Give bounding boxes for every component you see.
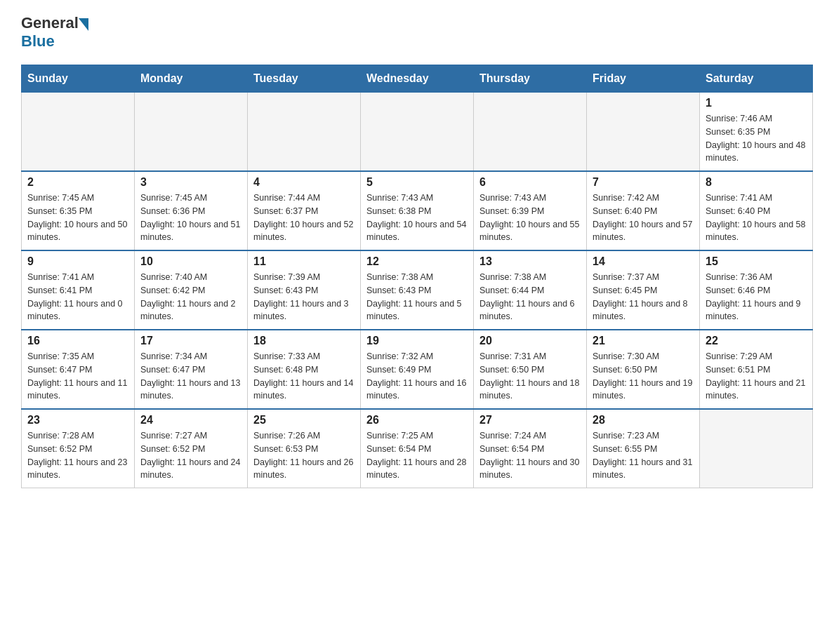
day-info: Sunrise: 7:44 AMSunset: 6:37 PMDaylight:… (253, 192, 355, 244)
calendar-day: 14Sunrise: 7:37 AMSunset: 6:45 PMDayligh… (587, 250, 700, 330)
day-number: 5 (366, 176, 468, 189)
day-number: 15 (706, 255, 807, 268)
calendar-day: 19Sunrise: 7:32 AMSunset: 6:49 PMDayligh… (361, 330, 474, 409)
day-info: Sunrise: 7:24 AMSunset: 6:54 PMDaylight:… (479, 429, 581, 482)
day-number: 6 (479, 176, 581, 189)
day-number: 14 (593, 255, 694, 268)
calendar-day: 25Sunrise: 7:26 AMSunset: 6:53 PMDayligh… (248, 409, 361, 488)
calendar-day: 1Sunrise: 7:46 AMSunset: 6:35 PMDaylight… (700, 93, 813, 172)
day-info: Sunrise: 7:43 AMSunset: 6:38 PMDaylight:… (366, 192, 468, 244)
day-info: Sunrise: 7:31 AMSunset: 6:50 PMDaylight:… (479, 350, 581, 403)
day-info: Sunrise: 7:39 AMSunset: 6:43 PMDaylight:… (253, 271, 355, 323)
day-info: Sunrise: 7:36 AMSunset: 6:46 PMDaylight:… (706, 271, 807, 323)
day-number: 9 (27, 255, 128, 268)
calendar-day: 23Sunrise: 7:28 AMSunset: 6:52 PMDayligh… (22, 409, 135, 488)
day-info: Sunrise: 7:34 AMSunset: 6:47 PMDaylight:… (140, 350, 241, 403)
logo-blue-text: Blue (21, 32, 55, 51)
day-info: Sunrise: 7:35 AMSunset: 6:47 PMDaylight:… (27, 350, 128, 403)
calendar-day (587, 93, 700, 172)
calendar-day: 24Sunrise: 7:27 AMSunset: 6:52 PMDayligh… (135, 409, 248, 488)
day-number: 20 (479, 335, 581, 347)
calendar-day: 15Sunrise: 7:36 AMSunset: 6:46 PMDayligh… (700, 250, 813, 330)
day-info: Sunrise: 7:30 AMSunset: 6:50 PMDaylight:… (593, 350, 694, 403)
calendar-day: 17Sunrise: 7:34 AMSunset: 6:47 PMDayligh… (135, 330, 248, 409)
day-header-friday: Friday (587, 65, 700, 93)
calendar-day: 27Sunrise: 7:24 AMSunset: 6:54 PMDayligh… (474, 409, 587, 488)
day-info: Sunrise: 7:40 AMSunset: 6:42 PMDaylight:… (140, 271, 241, 323)
calendar-table: SundayMondayTuesdayWednesdayThursdayFrid… (21, 65, 813, 488)
calendar-day: 5Sunrise: 7:43 AMSunset: 6:38 PMDaylight… (361, 171, 474, 250)
day-info: Sunrise: 7:43 AMSunset: 6:39 PMDaylight:… (479, 192, 581, 244)
calendar-day: 4Sunrise: 7:44 AMSunset: 6:37 PMDaylight… (248, 171, 361, 250)
day-info: Sunrise: 7:38 AMSunset: 6:44 PMDaylight:… (479, 271, 581, 323)
day-number: 25 (253, 414, 355, 427)
calendar-day: 2Sunrise: 7:45 AMSunset: 6:35 PMDaylight… (22, 171, 135, 250)
day-info: Sunrise: 7:27 AMSunset: 6:52 PMDaylight:… (140, 429, 241, 482)
calendar-day: 7Sunrise: 7:42 AMSunset: 6:40 PMDaylight… (587, 171, 700, 250)
day-number: 24 (140, 414, 241, 427)
day-number: 10 (140, 255, 241, 268)
calendar-day: 11Sunrise: 7:39 AMSunset: 6:43 PMDayligh… (248, 250, 361, 330)
day-info: Sunrise: 7:46 AMSunset: 6:35 PMDaylight:… (706, 112, 807, 165)
day-header-monday: Monday (135, 65, 248, 93)
calendar-week-row: 1Sunrise: 7:46 AMSunset: 6:35 PMDaylight… (22, 93, 813, 172)
calendar-day: 20Sunrise: 7:31 AMSunset: 6:50 PMDayligh… (474, 330, 587, 409)
day-number: 13 (479, 255, 581, 268)
page-header: General Blue (21, 14, 813, 51)
calendar-day: 9Sunrise: 7:41 AMSunset: 6:41 PMDaylight… (22, 250, 135, 330)
day-info: Sunrise: 7:45 AMSunset: 6:36 PMDaylight:… (140, 192, 241, 244)
calendar-day: 18Sunrise: 7:33 AMSunset: 6:48 PMDayligh… (248, 330, 361, 409)
calendar-day: 6Sunrise: 7:43 AMSunset: 6:39 PMDaylight… (474, 171, 587, 250)
day-number: 11 (253, 255, 355, 268)
calendar-week-row: 23Sunrise: 7:28 AMSunset: 6:52 PMDayligh… (22, 409, 813, 488)
calendar-day (248, 93, 361, 172)
day-header-wednesday: Wednesday (361, 65, 474, 93)
day-info: Sunrise: 7:33 AMSunset: 6:48 PMDaylight:… (253, 350, 355, 403)
day-info: Sunrise: 7:23 AMSunset: 6:55 PMDaylight:… (593, 429, 694, 482)
calendar-day: 10Sunrise: 7:40 AMSunset: 6:42 PMDayligh… (135, 250, 248, 330)
calendar-day: 21Sunrise: 7:30 AMSunset: 6:50 PMDayligh… (587, 330, 700, 409)
calendar-day: 8Sunrise: 7:41 AMSunset: 6:40 PMDaylight… (700, 171, 813, 250)
day-number: 26 (366, 414, 468, 427)
logo-arrow-icon (79, 18, 88, 31)
calendar-week-row: 2Sunrise: 7:45 AMSunset: 6:35 PMDaylight… (22, 171, 813, 250)
day-header-saturday: Saturday (700, 65, 813, 93)
day-number: 2 (27, 176, 128, 189)
calendar-week-row: 9Sunrise: 7:41 AMSunset: 6:41 PMDaylight… (22, 250, 813, 330)
calendar-header-row: SundayMondayTuesdayWednesdayThursdayFrid… (22, 65, 813, 93)
calendar-day (361, 93, 474, 172)
calendar-day: 26Sunrise: 7:25 AMSunset: 6:54 PMDayligh… (361, 409, 474, 488)
day-header-sunday: Sunday (22, 65, 135, 93)
calendar-day (474, 93, 587, 172)
calendar-week-row: 16Sunrise: 7:35 AMSunset: 6:47 PMDayligh… (22, 330, 813, 409)
day-number: 16 (27, 335, 128, 347)
calendar-day (22, 93, 135, 172)
day-number: 17 (140, 335, 241, 347)
calendar-day: 22Sunrise: 7:29 AMSunset: 6:51 PMDayligh… (700, 330, 813, 409)
day-number: 21 (593, 335, 694, 347)
day-number: 7 (593, 176, 694, 189)
day-number: 18 (253, 335, 355, 347)
day-info: Sunrise: 7:29 AMSunset: 6:51 PMDaylight:… (706, 350, 807, 403)
day-number: 23 (27, 414, 128, 427)
day-info: Sunrise: 7:45 AMSunset: 6:35 PMDaylight:… (27, 192, 128, 244)
day-header-tuesday: Tuesday (248, 65, 361, 93)
day-number: 12 (366, 255, 468, 268)
day-info: Sunrise: 7:41 AMSunset: 6:41 PMDaylight:… (27, 271, 128, 323)
calendar-day: 12Sunrise: 7:38 AMSunset: 6:43 PMDayligh… (361, 250, 474, 330)
day-info: Sunrise: 7:38 AMSunset: 6:43 PMDaylight:… (366, 271, 468, 323)
day-info: Sunrise: 7:26 AMSunset: 6:53 PMDaylight:… (253, 429, 355, 482)
day-info: Sunrise: 7:28 AMSunset: 6:52 PMDaylight:… (27, 429, 128, 482)
calendar-day (700, 409, 813, 488)
calendar-day (135, 93, 248, 172)
logo: General Blue (21, 14, 88, 51)
calendar-day: 3Sunrise: 7:45 AMSunset: 6:36 PMDaylight… (135, 171, 248, 250)
day-header-thursday: Thursday (474, 65, 587, 93)
day-number: 8 (706, 176, 807, 189)
day-number: 1 (706, 97, 807, 109)
day-number: 22 (706, 335, 807, 347)
day-number: 28 (593, 414, 694, 427)
calendar-day: 16Sunrise: 7:35 AMSunset: 6:47 PMDayligh… (22, 330, 135, 409)
day-info: Sunrise: 7:32 AMSunset: 6:49 PMDaylight:… (366, 350, 468, 403)
calendar-day: 28Sunrise: 7:23 AMSunset: 6:55 PMDayligh… (587, 409, 700, 488)
